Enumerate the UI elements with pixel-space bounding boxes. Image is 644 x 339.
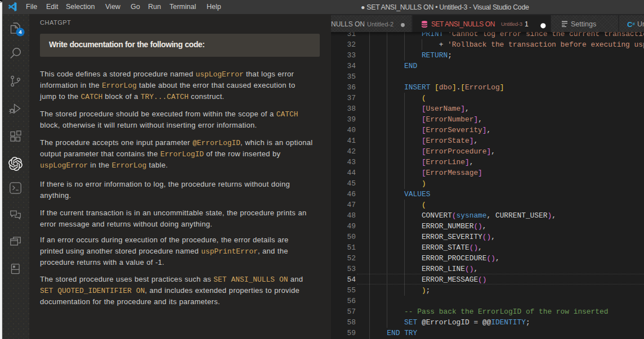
- svg-text:4: 4: [19, 29, 22, 35]
